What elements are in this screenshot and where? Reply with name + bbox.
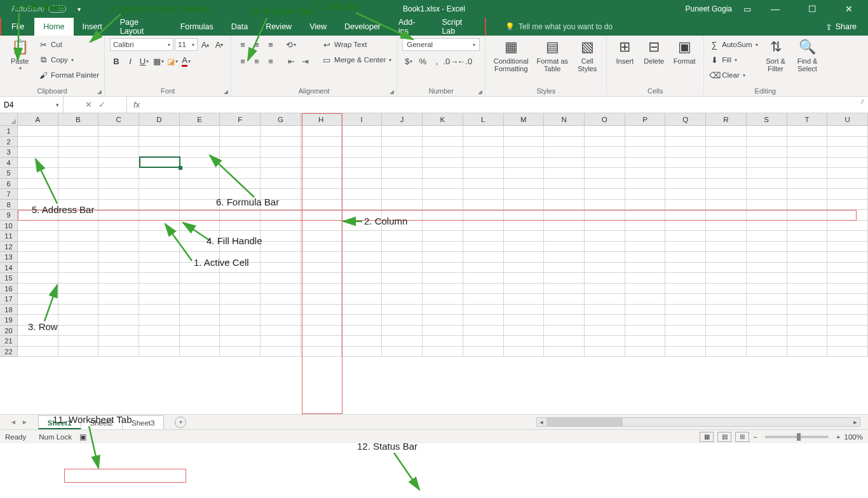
cell[interactable] (544, 147, 585, 158)
cell[interactable] (706, 263, 747, 273)
font-launcher-icon[interactable]: ◢ (224, 88, 228, 95)
cell[interactable] (665, 263, 706, 273)
cell[interactable] (261, 336, 301, 347)
clear-button[interactable]: ⌫Clear▾ (709, 69, 757, 81)
cell[interactable] (463, 242, 504, 252)
row-header[interactable]: 16 (0, 284, 18, 294)
sort-filter-button[interactable]: ⇅Sort & Filter (762, 38, 790, 73)
cell[interactable] (827, 273, 868, 284)
cell[interactable] (261, 326, 301, 336)
cell[interactable] (544, 263, 585, 273)
cell[interactable] (787, 263, 828, 273)
scroll-thumb[interactable] (546, 418, 623, 426)
close-button[interactable]: ✕ (836, 4, 862, 14)
cell[interactable] (585, 179, 625, 190)
cell[interactable] (98, 336, 139, 347)
cell[interactable] (180, 315, 220, 326)
cell[interactable] (585, 189, 625, 200)
new-sheet-button[interactable]: + (175, 417, 186, 428)
cell[interactable] (220, 273, 261, 284)
cell[interactable] (261, 179, 301, 190)
cell[interactable] (787, 158, 828, 169)
zoom-out-icon[interactable]: − (753, 433, 757, 441)
cell[interactable] (544, 168, 585, 179)
cell[interactable] (827, 252, 868, 263)
cell[interactable] (382, 126, 423, 137)
cell[interactable] (747, 179, 787, 190)
cell[interactable] (58, 189, 99, 200)
cell[interactable] (665, 200, 706, 211)
cell[interactable] (544, 294, 585, 305)
cell[interactable] (463, 252, 504, 263)
cell[interactable] (665, 189, 706, 200)
cell[interactable] (585, 221, 625, 232)
cell[interactable] (180, 200, 220, 211)
col-header[interactable]: P (625, 113, 666, 125)
cell[interactable] (706, 252, 747, 263)
cell[interactable] (544, 242, 585, 252)
cell[interactable] (98, 242, 139, 252)
cell[interactable] (585, 326, 625, 336)
cell[interactable] (706, 315, 747, 326)
cell[interactable] (585, 210, 625, 221)
col-header[interactable]: C (98, 113, 139, 125)
row-header[interactable]: 2 (0, 137, 18, 148)
col-header[interactable]: T (787, 113, 828, 125)
cell[interactable] (98, 179, 139, 190)
cell[interactable] (58, 326, 99, 336)
row-header[interactable]: 1 (0, 126, 18, 137)
cell[interactable] (220, 168, 261, 179)
cell[interactable] (423, 221, 463, 232)
cell[interactable] (342, 147, 383, 158)
cell[interactable] (665, 147, 706, 158)
cell[interactable] (544, 273, 585, 284)
cell[interactable] (463, 200, 504, 211)
format-cells-button[interactable]: ▣Format (670, 38, 698, 65)
cell[interactable] (58, 347, 99, 357)
cell[interactable] (827, 137, 868, 148)
cell[interactable] (139, 315, 180, 326)
cell[interactable] (98, 305, 139, 315)
cell[interactable] (301, 147, 342, 158)
merge-center-button[interactable]: ▭Merge & Center▾ (322, 53, 391, 66)
cell[interactable] (301, 315, 342, 326)
cell[interactable] (220, 126, 261, 137)
cell[interactable] (423, 126, 463, 137)
cell[interactable] (18, 336, 58, 347)
align-bottom-icon[interactable]: ≡ (264, 38, 277, 51)
cell[interactable] (665, 336, 706, 347)
cell[interactable] (747, 252, 787, 263)
cell[interactable] (463, 315, 504, 326)
cell[interactable] (706, 326, 747, 336)
cancel-formula-icon[interactable]: ✕ (85, 100, 92, 109)
align-top-icon[interactable]: ≡ (236, 38, 249, 51)
cell[interactable] (827, 294, 868, 305)
underline-button[interactable]: U▾ (138, 55, 151, 67)
cell[interactable] (261, 242, 301, 252)
cell[interactable] (665, 242, 706, 252)
row-header[interactable]: 10 (0, 221, 18, 232)
cell[interactable] (787, 126, 828, 137)
cell[interactable] (585, 305, 625, 315)
cell[interactable] (423, 336, 463, 347)
column-headers[interactable]: A B C D E F G H I J K L M N O P Q R S T … (0, 113, 868, 126)
col-header[interactable]: H (301, 113, 342, 125)
cell[interactable] (665, 284, 706, 294)
cell[interactable] (220, 200, 261, 211)
find-select-button[interactable]: 🔍Find & Select (794, 38, 822, 73)
tab-insert[interactable]: Insert (74, 18, 111, 36)
cell[interactable] (665, 326, 706, 336)
cell[interactable] (463, 326, 504, 336)
cell[interactable] (665, 179, 706, 190)
cell[interactable] (423, 137, 463, 148)
cell[interactable] (382, 294, 423, 305)
cell[interactable] (827, 168, 868, 179)
tab-review[interactable]: Review (257, 18, 301, 36)
cell[interactable] (18, 252, 58, 263)
cell[interactable] (665, 221, 706, 232)
cell[interactable] (58, 231, 99, 242)
cell[interactable] (301, 326, 342, 336)
cell[interactable] (342, 242, 383, 252)
cell[interactable] (58, 336, 99, 347)
cell[interactable] (747, 200, 787, 211)
